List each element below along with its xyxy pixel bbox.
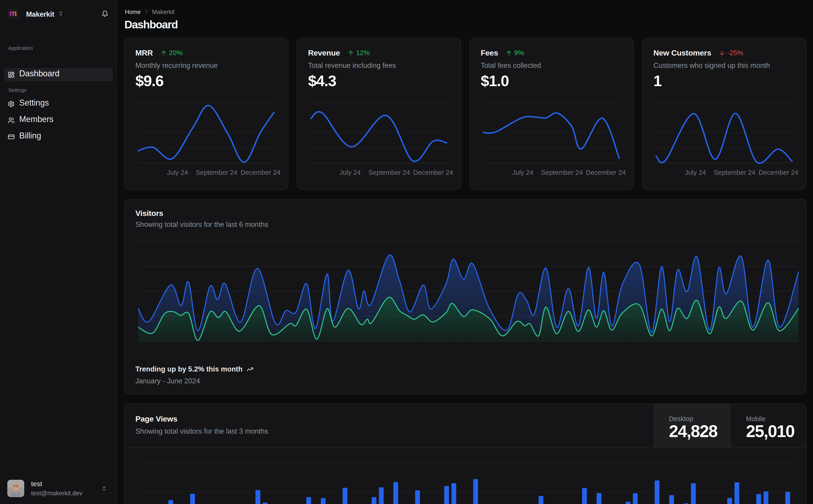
svg-text:m: m xyxy=(9,8,17,18)
